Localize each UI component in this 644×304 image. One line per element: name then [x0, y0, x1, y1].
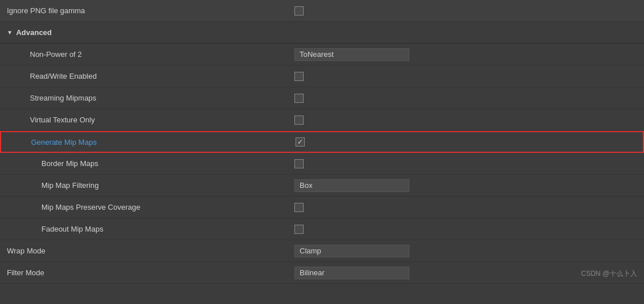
wrap-mode-value: Clamp	[294, 245, 637, 257]
virtual-texture-row: Virtual Texture Only	[0, 109, 644, 131]
read-write-checkbox[interactable]	[294, 72, 304, 81]
non-power-of-2-label: Non-Power of 2	[7, 50, 294, 59]
read-write-row: Read/Write Enabled	[0, 66, 644, 87]
streaming-mipmaps-row: Streaming Mipmaps	[0, 87, 644, 109]
mip-maps-preserve-value	[294, 203, 637, 212]
border-mip-maps-label: Border Mip Maps	[7, 159, 294, 168]
ignore-png-value	[294, 6, 637, 16]
non-power-of-2-value: ToNearest	[294, 48, 637, 61]
read-write-value	[294, 72, 637, 81]
watermark-text: CSDN @十么卜入	[581, 269, 637, 279]
virtual-texture-checkbox[interactable]	[294, 116, 304, 125]
border-mip-maps-checkbox[interactable]	[294, 159, 304, 168]
streaming-mipmaps-value	[294, 94, 637, 103]
streaming-mipmaps-checkbox[interactable]	[294, 94, 304, 103]
wrap-mode-label: Wrap Mode	[7, 247, 294, 255]
mip-map-filtering-value: Box	[294, 179, 637, 192]
advanced-collapse-triangle: ▼	[7, 29, 13, 36]
mip-maps-preserve-checkbox[interactable]	[294, 203, 304, 212]
advanced-section-header[interactable]: ▼ Advanced	[0, 22, 644, 44]
generate-mip-maps-checkbox[interactable]	[296, 137, 305, 147]
advanced-section-label: Advanced	[16, 28, 52, 37]
fadeout-mip-maps-checkbox[interactable]	[294, 225, 304, 234]
mip-map-filtering-row: Mip Map Filtering Box	[0, 175, 644, 197]
fadeout-mip-maps-label: Fadeout Mip Maps	[7, 225, 294, 233]
filter-mode-row: Filter Mode Bilinear CSDN @十么卜入	[0, 262, 644, 284]
ignore-png-checkbox[interactable]	[294, 6, 304, 16]
generate-mip-maps-row: Generate Mip Maps	[0, 131, 644, 153]
mip-maps-preserve-row: Mip Maps Preserve Coverage	[0, 197, 644, 218]
border-mip-maps-row: Border Mip Maps	[0, 153, 644, 175]
virtual-texture-label: Virtual Texture Only	[7, 116, 294, 124]
fadeout-mip-maps-row: Fadeout Mip Maps	[0, 218, 644, 240]
non-power-of-2-dropdown[interactable]: ToNearest	[294, 48, 409, 61]
mip-maps-preserve-label: Mip Maps Preserve Coverage	[7, 203, 294, 211]
fadeout-mip-maps-value	[294, 225, 637, 234]
settings-panel: Ignore PNG file gamma ▼ Advanced Non-Pow…	[0, 0, 644, 304]
generate-mip-maps-label: Generate Mip Maps	[8, 138, 296, 147]
generate-mip-maps-value	[296, 137, 636, 147]
ignore-png-label: Ignore PNG file gamma	[7, 6, 294, 15]
non-power-of-2-row: Non-Power of 2 ToNearest	[0, 44, 644, 66]
mip-map-filtering-label: Mip Map Filtering	[7, 181, 294, 190]
read-write-label: Read/Write Enabled	[7, 72, 294, 80]
wrap-mode-dropdown[interactable]: Clamp	[294, 245, 409, 257]
virtual-texture-value	[294, 116, 637, 125]
ignore-png-row: Ignore PNG file gamma	[0, 0, 644, 22]
streaming-mipmaps-label: Streaming Mipmaps	[7, 94, 294, 102]
wrap-mode-row: Wrap Mode Clamp	[0, 240, 644, 262]
filter-mode-label: Filter Mode	[7, 268, 294, 277]
mip-map-filtering-dropdown[interactable]: Box	[294, 179, 409, 192]
filter-mode-dropdown[interactable]: Bilinear	[294, 267, 409, 279]
border-mip-maps-value	[294, 159, 637, 168]
